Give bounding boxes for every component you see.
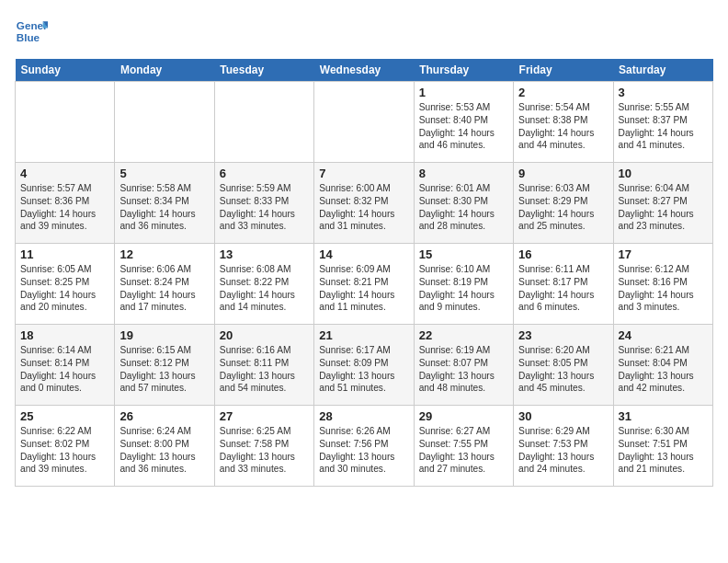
- calendar-cell: 15Sunrise: 6:10 AM Sunset: 8:19 PM Dayli…: [414, 244, 513, 325]
- day-info: Sunrise: 6:12 AM Sunset: 8:16 PM Dayligh…: [619, 263, 708, 314]
- day-number: 13: [220, 247, 309, 261]
- day-info: Sunrise: 6:03 AM Sunset: 8:29 PM Dayligh…: [518, 182, 608, 233]
- calendar-cell: 24Sunrise: 6:21 AM Sunset: 8:04 PM Dayli…: [613, 325, 712, 406]
- day-number: 6: [220, 167, 309, 180]
- calendar-cell: 25Sunrise: 6:22 AM Sunset: 8:02 PM Dayli…: [16, 406, 115, 487]
- calendar-cell: 30Sunrise: 6:29 AM Sunset: 7:53 PM Dayli…: [514, 406, 613, 487]
- day-info: Sunrise: 6:08 AM Sunset: 8:22 PM Dayligh…: [220, 263, 309, 314]
- logo: General Blue: [15, 15, 51, 48]
- calendar-week-row: 18Sunrise: 6:14 AM Sunset: 8:14 PM Dayli…: [16, 325, 713, 406]
- day-number: 18: [20, 328, 109, 342]
- day-number: 26: [119, 409, 209, 423]
- day-number: 9: [518, 167, 608, 180]
- calendar-cell: 17Sunrise: 6:12 AM Sunset: 8:16 PM Dayli…: [613, 244, 712, 325]
- day-info: Sunrise: 6:15 AM Sunset: 8:12 PM Dayligh…: [119, 344, 209, 395]
- day-number: 1: [419, 86, 508, 99]
- day-info: Sunrise: 6:19 AM Sunset: 8:07 PM Dayligh…: [419, 344, 508, 395]
- day-info: Sunrise: 6:27 AM Sunset: 7:55 PM Dayligh…: [419, 425, 508, 476]
- day-number: 14: [319, 247, 408, 261]
- day-info: Sunrise: 6:24 AM Sunset: 8:00 PM Dayligh…: [119, 425, 209, 476]
- day-info: Sunrise: 6:22 AM Sunset: 8:02 PM Dayligh…: [20, 425, 109, 476]
- day-info: Sunrise: 6:20 AM Sunset: 8:05 PM Dayligh…: [518, 344, 608, 395]
- logo-icon: General Blue: [15, 15, 48, 48]
- day-of-week-header-row: SundayMondayTuesdayWednesdayThursdayFrid…: [16, 59, 713, 82]
- day-number: 10: [619, 167, 708, 180]
- day-info: Sunrise: 6:25 AM Sunset: 7:58 PM Dayligh…: [220, 425, 309, 476]
- calendar-cell: 10Sunrise: 6:04 AM Sunset: 8:27 PM Dayli…: [613, 163, 712, 244]
- day-info: Sunrise: 6:06 AM Sunset: 8:24 PM Dayligh…: [119, 263, 209, 314]
- day-info: Sunrise: 6:11 AM Sunset: 8:17 PM Dayligh…: [518, 263, 608, 314]
- day-number: 8: [419, 167, 508, 180]
- day-number: 2: [518, 86, 608, 99]
- day-number: 25: [20, 409, 109, 423]
- day-number: 19: [119, 328, 209, 342]
- calendar-cell: [16, 82, 115, 163]
- day-number: 31: [619, 409, 708, 423]
- day-number: 7: [319, 167, 408, 180]
- day-info: Sunrise: 5:55 AM Sunset: 8:37 PM Dayligh…: [619, 101, 708, 152]
- day-info: Sunrise: 6:29 AM Sunset: 7:53 PM Dayligh…: [518, 425, 608, 476]
- day-info: Sunrise: 6:09 AM Sunset: 8:21 PM Dayligh…: [319, 263, 408, 314]
- day-info: Sunrise: 5:58 AM Sunset: 8:34 PM Dayligh…: [119, 182, 209, 233]
- calendar-cell: 18Sunrise: 6:14 AM Sunset: 8:14 PM Dayli…: [16, 325, 115, 406]
- day-number: 5: [119, 167, 209, 180]
- day-number: 17: [619, 247, 708, 261]
- calendar-cell: 7Sunrise: 6:00 AM Sunset: 8:32 PM Daylig…: [314, 163, 414, 244]
- day-number: 24: [619, 328, 708, 342]
- page-header: General Blue: [15, 15, 713, 48]
- calendar-cell: 28Sunrise: 6:26 AM Sunset: 7:56 PM Dayli…: [314, 406, 414, 487]
- day-of-week-saturday: Saturday: [613, 59, 712, 82]
- calendar-cell: [115, 82, 214, 163]
- calendar-cell: 14Sunrise: 6:09 AM Sunset: 8:21 PM Dayli…: [314, 244, 414, 325]
- day-info: Sunrise: 6:00 AM Sunset: 8:32 PM Dayligh…: [319, 182, 408, 233]
- day-of-week-thursday: Thursday: [414, 59, 513, 82]
- calendar-cell: 31Sunrise: 6:30 AM Sunset: 7:51 PM Dayli…: [613, 406, 712, 487]
- calendar-week-row: 1Sunrise: 5:53 AM Sunset: 8:40 PM Daylig…: [16, 82, 713, 163]
- day-of-week-sunday: Sunday: [16, 59, 115, 82]
- day-info: Sunrise: 5:53 AM Sunset: 8:40 PM Dayligh…: [419, 101, 508, 152]
- calendar-cell: 11Sunrise: 6:05 AM Sunset: 8:25 PM Dayli…: [16, 244, 115, 325]
- calendar-cell: 12Sunrise: 6:06 AM Sunset: 8:24 PM Dayli…: [115, 244, 214, 325]
- calendar-cell: 19Sunrise: 6:15 AM Sunset: 8:12 PM Dayli…: [115, 325, 214, 406]
- day-number: 23: [518, 328, 608, 342]
- calendar-cell: 16Sunrise: 6:11 AM Sunset: 8:17 PM Dayli…: [514, 244, 613, 325]
- day-of-week-friday: Friday: [514, 59, 613, 82]
- calendar-table: SundayMondayTuesdayWednesdayThursdayFrid…: [15, 59, 713, 487]
- calendar-cell: 27Sunrise: 6:25 AM Sunset: 7:58 PM Dayli…: [214, 406, 313, 487]
- day-info: Sunrise: 6:14 AM Sunset: 8:14 PM Dayligh…: [20, 344, 109, 395]
- day-info: Sunrise: 5:57 AM Sunset: 8:36 PM Dayligh…: [20, 182, 109, 233]
- calendar-cell: 26Sunrise: 6:24 AM Sunset: 8:00 PM Dayli…: [115, 406, 214, 487]
- calendar-cell: 6Sunrise: 5:59 AM Sunset: 8:33 PM Daylig…: [214, 163, 313, 244]
- day-number: 15: [419, 247, 508, 261]
- day-info: Sunrise: 5:54 AM Sunset: 8:38 PM Dayligh…: [518, 101, 608, 152]
- calendar-cell: 29Sunrise: 6:27 AM Sunset: 7:55 PM Dayli…: [414, 406, 513, 487]
- day-number: 11: [20, 247, 109, 261]
- calendar-cell: [214, 82, 313, 163]
- day-number: 21: [319, 328, 408, 342]
- day-number: 12: [119, 247, 209, 261]
- calendar-cell: 1Sunrise: 5:53 AM Sunset: 8:40 PM Daylig…: [414, 82, 513, 163]
- day-number: 4: [20, 167, 109, 180]
- calendar-cell: 23Sunrise: 6:20 AM Sunset: 8:05 PM Dayli…: [514, 325, 613, 406]
- calendar-cell: 22Sunrise: 6:19 AM Sunset: 8:07 PM Dayli…: [414, 325, 513, 406]
- day-info: Sunrise: 6:01 AM Sunset: 8:30 PM Dayligh…: [419, 182, 508, 233]
- day-info: Sunrise: 6:21 AM Sunset: 8:04 PM Dayligh…: [619, 344, 708, 395]
- svg-text:Blue: Blue: [17, 31, 40, 43]
- day-number: 16: [518, 247, 608, 261]
- calendar-cell: 13Sunrise: 6:08 AM Sunset: 8:22 PM Dayli…: [214, 244, 313, 325]
- day-info: Sunrise: 6:04 AM Sunset: 8:27 PM Dayligh…: [619, 182, 708, 233]
- calendar-cell: 4Sunrise: 5:57 AM Sunset: 8:36 PM Daylig…: [16, 163, 115, 244]
- calendar-week-row: 11Sunrise: 6:05 AM Sunset: 8:25 PM Dayli…: [16, 244, 713, 325]
- day-info: Sunrise: 6:16 AM Sunset: 8:11 PM Dayligh…: [220, 344, 309, 395]
- calendar-cell: 21Sunrise: 6:17 AM Sunset: 8:09 PM Dayli…: [314, 325, 414, 406]
- day-of-week-wednesday: Wednesday: [314, 59, 414, 82]
- calendar-week-row: 4Sunrise: 5:57 AM Sunset: 8:36 PM Daylig…: [16, 163, 713, 244]
- calendar-cell: 9Sunrise: 6:03 AM Sunset: 8:29 PM Daylig…: [514, 163, 613, 244]
- day-number: 30: [518, 409, 608, 423]
- day-info: Sunrise: 6:17 AM Sunset: 8:09 PM Dayligh…: [319, 344, 408, 395]
- day-info: Sunrise: 5:59 AM Sunset: 8:33 PM Dayligh…: [220, 182, 309, 233]
- calendar-cell: 8Sunrise: 6:01 AM Sunset: 8:30 PM Daylig…: [414, 163, 513, 244]
- day-number: 29: [419, 409, 508, 423]
- day-of-week-monday: Monday: [115, 59, 214, 82]
- calendar-week-row: 25Sunrise: 6:22 AM Sunset: 8:02 PM Dayli…: [16, 406, 713, 487]
